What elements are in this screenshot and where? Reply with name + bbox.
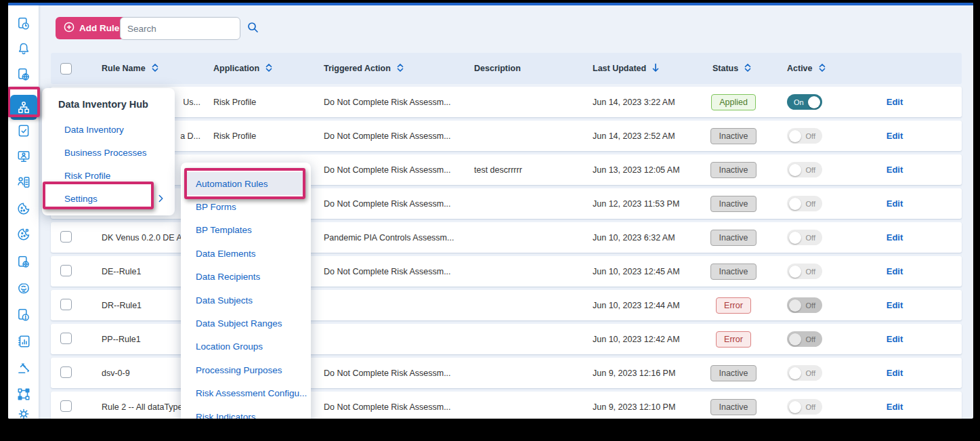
active-toggle[interactable]: Off — [787, 162, 822, 177]
status-badge: Inactive — [710, 196, 756, 212]
governance-gavel-icon[interactable] — [14, 358, 33, 377]
active-toggle[interactable]: Off — [787, 196, 822, 211]
doc-gear-icon[interactable] — [14, 253, 33, 271]
column-header-triggered-action[interactable]: Triggered Action — [320, 63, 471, 75]
status-badge: Inactive — [710, 365, 756, 381]
submenu-item-bp-forms[interactable]: BP Forms — [181, 195, 311, 218]
status-cell: Inactive — [704, 162, 779, 178]
settings-gear-icon[interactable] — [14, 404, 33, 419]
active-toggle[interactable]: Off — [787, 331, 822, 347]
toggle-label: Off — [806, 166, 815, 174]
active-toggle[interactable]: Off — [787, 297, 822, 313]
column-header-status[interactable]: Status — [704, 63, 779, 75]
edit-button[interactable]: Edit — [862, 334, 920, 344]
column-header-active[interactable]: Active — [779, 63, 862, 75]
menu-item-business-processes[interactable]: Business Processes — [42, 141, 175, 164]
column-header-application[interactable]: Application — [210, 63, 320, 75]
submenu-item-label: Data Subject Ranges — [196, 318, 282, 329]
data-mapping-sitemap-icon[interactable] — [10, 95, 37, 120]
active-toggle[interactable]: Off — [787, 264, 822, 279]
search-icon[interactable] — [247, 22, 259, 36]
active-toggle[interactable]: On — [787, 94, 822, 110]
submenu-item-risk-indicators[interactable]: Risk Indicators — [181, 405, 311, 419]
toggle-knob — [789, 401, 801, 413]
application-cell: Risk Profile — [210, 131, 320, 141]
edit-label: Edit — [887, 334, 903, 344]
subject-profile-list-icon[interactable] — [14, 173, 33, 191]
row-checkbox[interactable] — [60, 231, 72, 243]
edit-button[interactable]: Edit — [862, 402, 920, 412]
row-checkbox[interactable] — [60, 299, 72, 310]
submenu-item-label: Automation Rules — [196, 179, 268, 189]
submenu-item-location-groups[interactable]: Location Groups — [181, 335, 311, 358]
sort-icon[interactable] — [151, 63, 159, 75]
edit-button[interactable]: Edit — [862, 165, 920, 175]
triggered-action-cell: Do Not Complete Risk Assessm... — [320, 199, 471, 209]
submenu-item-risk-assessment-configu-[interactable]: Risk Assessment Configu... — [181, 382, 311, 405]
edit-button[interactable]: Edit — [862, 198, 920, 209]
select-all-cell — [51, 63, 98, 75]
status-cell: Inactive — [704, 399, 779, 415]
edit-button[interactable]: Edit — [862, 232, 920, 243]
submenu-item-data-subject-ranges[interactable]: Data Subject Ranges — [181, 312, 311, 335]
active-toggle[interactable]: Off — [787, 128, 822, 144]
sort-icon[interactable] — [818, 63, 826, 75]
menu-item-settings[interactable]: Settings — [42, 187, 175, 210]
select-all-checkbox[interactable] — [60, 63, 72, 75]
edit-button[interactable]: Edit — [862, 131, 920, 141]
active-toggle[interactable]: Off — [787, 399, 822, 415]
doc-globe-icon[interactable] — [14, 65, 33, 83]
report-clock-icon[interactable] — [14, 14, 33, 33]
add-rule-button[interactable]: Add Rule — [56, 17, 130, 39]
active-cell: Off — [779, 399, 862, 415]
search-input[interactable] — [127, 24, 247, 34]
sort-icon[interactable] — [744, 63, 752, 75]
row-checkbox[interactable] — [60, 400, 72, 412]
submenu-item-processing-purposes[interactable]: Processing Purposes — [181, 358, 311, 381]
toggle-label: Off — [806, 132, 815, 140]
edit-button[interactable]: Edit — [862, 266, 920, 276]
row-checkbox[interactable] — [60, 366, 72, 378]
edit-button[interactable]: Edit — [862, 368, 920, 378]
ai-brain-icon[interactable] — [14, 279, 33, 297]
edit-button[interactable]: Edit — [862, 300, 920, 310]
reports-book-chart-icon[interactable] — [14, 332, 33, 350]
cookie-icon[interactable] — [14, 199, 33, 217]
sort-icon[interactable] — [265, 63, 273, 75]
active-toggle[interactable]: Off — [787, 230, 822, 245]
submenu-item-data-elements[interactable]: Data Elements — [181, 242, 311, 265]
toggle-label: Off — [806, 268, 815, 276]
self-service-monitor-icon[interactable] — [14, 147, 33, 165]
notifications-bell-icon[interactable] — [14, 39, 33, 58]
column-label: Last Updated — [593, 64, 646, 73]
status-badge: Applied — [711, 94, 756, 110]
active-toggle[interactable]: Off — [787, 365, 822, 381]
status-cell: Inactive — [704, 264, 779, 280]
submenu-item-automation-rules[interactable]: Automation Rules — [185, 172, 304, 195]
column-header-rule-name[interactable]: Rule Name — [98, 63, 210, 75]
toggle-knob — [789, 232, 801, 244]
toggle-knob — [789, 266, 801, 278]
row-checkbox[interactable] — [60, 333, 72, 344]
active-cell: On — [779, 94, 862, 110]
consent-cookie-icon[interactable] — [14, 225, 33, 243]
sort-icon[interactable] — [396, 63, 404, 75]
submenu-item-data-subjects[interactable]: Data Subjects — [181, 289, 311, 312]
active-cell: Off — [779, 297, 862, 313]
assessments-clipboard-icon[interactable] — [14, 121, 33, 140]
menu-item-risk-profile[interactable]: Risk Profile — [42, 164, 175, 187]
status-badge: Inactive — [710, 264, 756, 280]
submenu-item-bp-templates[interactable]: BP Templates — [181, 219, 311, 242]
toggle-knob — [789, 198, 801, 210]
integrations-nodes-icon[interactable] — [14, 385, 33, 403]
incident-doc-alert-icon[interactable] — [14, 306, 33, 324]
sort-arrow-down-icon[interactable] — [652, 63, 660, 75]
edit-label: Edit — [887, 232, 903, 243]
submenu-item-label: Risk Indicators — [196, 412, 256, 419]
menu-item-data-inventory[interactable]: Data Inventory — [42, 118, 175, 141]
submenu-item-data-recipients[interactable]: Data Recipients — [181, 266, 311, 289]
edit-button[interactable]: Edit — [862, 97, 920, 107]
row-checkbox[interactable] — [60, 265, 72, 276]
column-header-last-updated[interactable]: Last Updated — [589, 63, 704, 75]
last-updated-cell: Jun 10, 2023 12:42 AM — [589, 335, 704, 344]
